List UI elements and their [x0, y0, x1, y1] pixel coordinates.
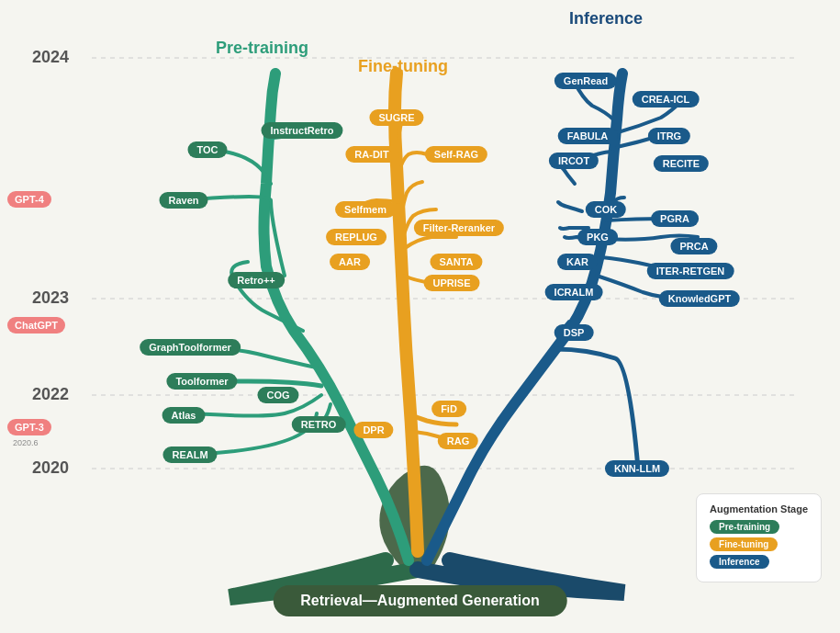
era-gpt3: GPT-3 — [7, 419, 51, 435]
legend-item-finetuning: Fine-tuning — [710, 537, 808, 551]
pill-instructretro: InstructRetro — [261, 122, 342, 139]
pill-prca: PRCA — [670, 238, 717, 254]
main-container: 2024 2023 2022 2020 GPT-4 ChatGPT GPT-3 … — [0, 0, 840, 633]
pill-retroplusplus: Retro++ — [228, 272, 285, 288]
era-gpt3-date: 2020.6 — [13, 438, 39, 447]
pill-selfmem: Selfmem — [335, 201, 396, 218]
pill-filter-reranker: Filter-Reranker — [414, 220, 504, 236]
legend-box: Augmentation Stage Pre-training Fine-tun… — [696, 493, 822, 582]
pill-atlas: Atlas — [162, 407, 206, 424]
main-title: Retrieval—Augmented Generation — [273, 585, 567, 616]
section-title-finetuning: Fine-tuning — [358, 57, 448, 76]
pill-dpr: DPR — [353, 422, 393, 438]
pill-crea-icl: CREA-ICL — [633, 91, 700, 107]
pill-toc: TOC — [187, 141, 227, 158]
pill-fid: FiD — [431, 401, 466, 417]
pill-knowledgpt: KnowledGPT — [659, 290, 740, 307]
era-chatgpt: ChatGPT — [7, 317, 65, 333]
pill-aar: AAR — [330, 254, 370, 270]
pill-raven: Raven — [159, 192, 207, 209]
year-2022: 2022 — [32, 385, 69, 404]
pill-selfrag: Self-RAG — [425, 146, 487, 163]
pill-itrg: ITRG — [648, 128, 690, 144]
pill-cok: COK — [586, 201, 626, 218]
legend-pill-pretraining: Pre-training — [710, 520, 779, 534]
legend-item-pretraining: Pre-training — [710, 520, 808, 534]
pill-realm: REALM — [162, 446, 217, 463]
era-gpt4: GPT-4 — [7, 191, 51, 208]
pill-kar: KAR — [557, 254, 598, 270]
pill-ircot: IRCOT — [549, 153, 599, 169]
pill-genread: GenRead — [554, 73, 617, 89]
legend-pill-inference: Inference — [710, 555, 768, 569]
pill-cog: COG — [257, 387, 298, 403]
legend-item-inference: Inference — [710, 555, 808, 569]
year-2023: 2023 — [32, 288, 69, 308]
pill-replug: REPLUG — [326, 229, 386, 245]
section-title-pretraining: Pre-training — [216, 39, 308, 58]
pill-retro: RETRO — [292, 416, 346, 433]
pill-sugre: SUGRE — [369, 109, 423, 126]
pill-knn-llm: KNN-LLM — [605, 460, 669, 477]
pill-santa: SANTA — [430, 254, 482, 270]
section-title-inference: Inference — [569, 9, 643, 28]
pill-rag: RAG — [438, 433, 478, 449]
pill-recite: RECITE — [654, 155, 709, 172]
pill-icralm: ICRALM — [545, 284, 603, 300]
pill-radit: RA-DIT — [345, 146, 398, 163]
pill-pgra: PGRA — [651, 210, 699, 227]
legend-title: Augmentation Stage — [710, 503, 808, 514]
year-2024: 2024 — [32, 48, 69, 67]
year-2020: 2020 — [32, 458, 69, 478]
pill-iter-retgen: ITER-RETGEN — [647, 263, 734, 279]
pill-toolformer: Toolformer — [166, 373, 237, 390]
legend-pill-finetuning: Fine-tuning — [710, 537, 778, 551]
pill-fabula: FABULA — [558, 128, 618, 144]
pill-pkg: PKG — [577, 229, 618, 245]
pill-uprise: UPRISE — [424, 275, 480, 291]
pill-graphtoolformer: GraphToolformer — [140, 339, 241, 356]
pill-dsp: DSP — [554, 324, 594, 341]
